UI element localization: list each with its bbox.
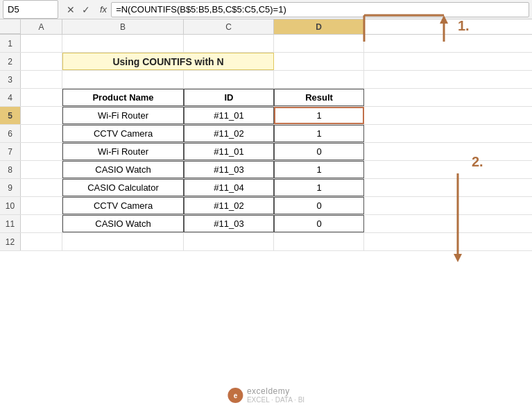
cell-b5[interactable]: Wi-Fi Router (62, 107, 184, 124)
grid-row-7: 7 Wi-Fi Router #11_01 0 (0, 143, 532, 161)
row-num-4: 4 (0, 89, 21, 106)
cancel-formula-button[interactable]: ✕ (64, 3, 78, 17)
svg-marker-5 (454, 254, 462, 262)
confirm-formula-button[interactable]: ✓ (79, 3, 93, 17)
cell-c1[interactable] (184, 35, 274, 52)
cell-a4[interactable] (21, 89, 62, 106)
cell-a9[interactable] (21, 179, 62, 196)
cell-c3[interactable] (184, 71, 274, 88)
cell-b4-header[interactable]: Product Name (62, 89, 184, 106)
cell-c11[interactable]: #11_03 (184, 215, 274, 232)
cell-b3[interactable] (62, 71, 184, 88)
cell-b10[interactable]: CCTV Camera (62, 197, 184, 214)
column-headers: A B C D (0, 19, 532, 35)
cell-c6[interactable]: #11_02 (184, 125, 274, 142)
row-num-8: 8 (0, 161, 21, 178)
cell-reference-box[interactable]: D5 (3, 0, 58, 19)
grid-row-2: 2 Using COUNTIFS with N (0, 53, 532, 71)
cell-d11[interactable]: 0 (274, 215, 364, 232)
cell-b11[interactable]: CASIO Watch (62, 215, 184, 232)
svg-text:e: e (233, 392, 237, 400)
grid-row-1: 1 (0, 35, 532, 53)
formula-text: =N(COUNTIFS(B$5:B5,B5,C$5:C5,C5)=1) (116, 4, 286, 15)
row-num-10: 10 (0, 197, 21, 214)
cell-b1[interactable] (62, 35, 184, 52)
cell-a7[interactable] (21, 143, 62, 160)
cell-b9[interactable]: CASIO Calculator (62, 179, 184, 196)
grid-row-5: 5 Wi-Fi Router #11_01 1 (0, 107, 532, 125)
cell-c5[interactable]: #11_01 (184, 107, 274, 124)
grid-row-9: 9 CASIO Calculator #11_04 1 (0, 179, 532, 197)
cell-c12[interactable] (184, 233, 274, 250)
watermark-icon: e (228, 388, 243, 403)
grid-row-11: 11 CASIO Watch #11_03 0 (0, 215, 532, 233)
cell-d7[interactable]: 0 (274, 143, 364, 160)
cell-d12[interactable] (274, 233, 364, 250)
grid-row-12: 12 (0, 233, 532, 251)
cell-d1[interactable] (274, 35, 364, 52)
cell-a8[interactable] (21, 161, 62, 178)
formula-bar: D5 ✕ ✓ fx =N(COUNTIFS(B$5:B5,B5,C$5:C5,C… (0, 0, 532, 19)
spreadsheet: A B C D 1 2 Using COUNTIFS with N 3 4 Pr… (0, 19, 532, 251)
cell-a10[interactable] (21, 197, 62, 214)
cell-d6[interactable]: 1 (274, 125, 364, 142)
cell-a5[interactable] (21, 107, 62, 124)
cell-b8[interactable]: CASIO Watch (62, 161, 184, 178)
row-num-12: 12 (0, 233, 21, 250)
row-num-9: 9 (0, 179, 21, 196)
cell-d3[interactable] (274, 71, 364, 88)
cell-ref-value: D5 (8, 4, 19, 15)
cell-a2[interactable] (21, 53, 62, 70)
cell-title[interactable]: Using COUNTIFS with N (62, 53, 274, 70)
watermark-sub: EXCEL · DATA · BI (247, 396, 304, 404)
cell-a11[interactable] (21, 215, 62, 232)
cell-a1[interactable] (21, 35, 62, 52)
col-header-d[interactable]: D (274, 19, 364, 34)
cell-d9[interactable]: 1 (274, 179, 364, 196)
grid-row-3: 3 (0, 71, 532, 89)
row-num-5: 5 (0, 107, 21, 124)
cell-d8[interactable]: 1 (274, 161, 364, 178)
row-num-1: 1 (0, 35, 21, 52)
corner-header (0, 19, 21, 34)
cell-d4-header[interactable]: Result (274, 89, 364, 106)
cell-c4-header[interactable]: ID (184, 89, 274, 106)
cell-c7[interactable]: #11_01 (184, 143, 274, 160)
cell-a12[interactable] (21, 233, 62, 250)
watermark-name: exceldemy (247, 386, 290, 396)
formula-input[interactable]: =N(COUNTIFS(B$5:B5,B5,C$5:C5,C5)=1) (111, 2, 529, 17)
cell-a6[interactable] (21, 125, 62, 142)
watermark: e exceldemy EXCEL · DATA · BI (228, 386, 304, 404)
fx-label: fx (96, 4, 111, 15)
formula-icons: ✕ ✓ (61, 3, 96, 17)
cell-d5[interactable]: 1 (274, 107, 364, 124)
row-num-11: 11 (0, 215, 21, 232)
grid-row-6: 6 CCTV Camera #11_02 1 (0, 125, 532, 143)
cell-c10[interactable]: #11_02 (184, 197, 274, 214)
cell-d2[interactable] (274, 53, 364, 70)
cell-b6[interactable]: CCTV Camera (62, 125, 184, 142)
row-num-7: 7 (0, 143, 21, 160)
cell-b7[interactable]: Wi-Fi Router (62, 143, 184, 160)
row-num-3: 3 (0, 71, 21, 88)
cell-a3[interactable] (21, 71, 62, 88)
col-header-c[interactable]: C (184, 19, 274, 34)
row-num-2: 2 (0, 53, 21, 70)
col-header-b[interactable]: B (62, 19, 184, 34)
grid-row-8: 8 CASIO Watch #11_03 1 (0, 161, 532, 179)
col-header-a[interactable]: A (21, 19, 62, 34)
cell-c8[interactable]: #11_03 (184, 161, 274, 178)
cell-d10[interactable]: 0 (274, 197, 364, 214)
row-num-6: 6 (0, 125, 21, 142)
grid-row-4: 4 Product Name ID Result (0, 89, 532, 107)
cell-b12[interactable] (62, 233, 184, 250)
cell-c9[interactable]: #11_04 (184, 179, 274, 196)
grid-row-10: 10 CCTV Camera #11_02 0 (0, 197, 532, 215)
